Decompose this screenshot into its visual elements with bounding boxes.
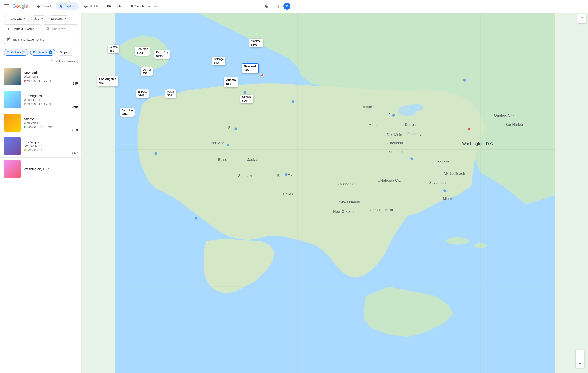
flights-only-close[interactable]: ✕ [49, 51, 52, 54]
svg-text:Spokane: Spokane [228, 126, 242, 130]
flights-only-button[interactable]: Flights only ✕ [30, 49, 55, 56]
destination-field[interactable]: Where to? [42, 24, 78, 33]
card-image-los-angeles [3, 91, 21, 108]
nav-explore[interactable]: Explore [56, 2, 79, 10]
google-logo[interactable]: Google [12, 3, 28, 9]
passengers-button[interactable]: 1 [31, 15, 46, 22]
map-label-montreal[interactable]: Montreal $101 [249, 39, 263, 47]
trip-type-row: One way 1 Economy [3, 15, 78, 22]
card-info-new-york: New York Wed, Jan 3 Nonstop · 1 hr 19 mi… [24, 71, 70, 82]
menu-icon[interactable] [3, 3, 9, 9]
card-image-atlanta [3, 114, 21, 132]
card-info-washington: Washington, D.C. [24, 167, 78, 171]
airline-indicator [24, 149, 26, 151]
map-label-bozeman[interactable]: Bozeman $144 [135, 47, 150, 56]
nav-vacation[interactable]: Vacation rentals [126, 2, 161, 10]
search-controls: One way 1 Economy Hartford · Boston ... … [0, 12, 81, 47]
all-filters-button[interactable]: All filters (1) [3, 49, 29, 56]
filters-row: All filters (1) Flights only ✕ Stops [0, 47, 81, 58]
svg-point-22 [227, 144, 229, 146]
svg-point-1 [9, 29, 9, 29]
card-image-washington [3, 160, 21, 178]
dark-mode-button[interactable] [262, 2, 271, 10]
map-area[interactable]: Washington, D.C. Spokane Portland Boise … [82, 12, 294, 186]
svg-text:Salt Lake: Salt Lake [238, 174, 253, 178]
new-york-pin [261, 74, 264, 77]
class-button[interactable]: Economy [48, 15, 70, 22]
date-field[interactable]: Trip in the next 6 months [3, 35, 78, 44]
card-image-new-york [3, 68, 21, 85]
card-info-atlanta: Atlanta Wed, Jan 17 Nonstop · 2 hr 48 mi… [24, 117, 70, 128]
map-label-el-paso[interactable]: El Paso $148 [136, 89, 149, 98]
search-inputs: Hartford · Boston ... Where to? [3, 24, 78, 33]
top-nav: Google Travel Explore Flights Hotels Vac… [0, 0, 294, 12]
trip-type-button[interactable]: One way [3, 15, 29, 22]
user-avatar[interactable]: P [284, 3, 291, 10]
results-list: New York Wed, Jan 3 Nonstop · 1 hr 19 mi… [0, 65, 81, 181]
map-label-new-york[interactable]: New York $45 [242, 63, 259, 73]
card-flight-las-vegas: Nonstop · 6 hr [24, 149, 70, 152]
nav-flights[interactable]: Flights [81, 2, 102, 10]
svg-text:Santa Fe: Santa Fe [277, 174, 292, 178]
map-label-denver[interactable]: Denver $54 [141, 67, 153, 76]
svg-text:Boise: Boise [218, 158, 227, 162]
map-label-atlanta[interactable]: Atlanta $19 [224, 77, 238, 87]
result-card-atlanta[interactable]: Atlanta Wed, Jan 17 Nonstop · 2 hr 48 mi… [0, 111, 81, 135]
nav-hotels[interactable]: Hotels [104, 2, 125, 10]
map-label-seattle[interactable]: Seattle $99 [108, 44, 119, 53]
left-panel: One way 1 Economy Hartford · Boston ... … [0, 12, 82, 186]
stops-button[interactable]: Stops [57, 49, 74, 56]
svg-text:Portland: Portland [211, 141, 224, 145]
airline-indicator [24, 126, 26, 128]
origin-field[interactable]: Hartford · Boston ... [3, 24, 41, 33]
nav-travel[interactable]: Travel [33, 2, 54, 10]
airline-indicator [24, 80, 26, 82]
card-info-las-vegas: Las Vegas Sat, Jan 6 Nonstop · 6 hr [24, 140, 70, 152]
airline-indicator [24, 103, 26, 105]
svg-text:Jackson: Jackson [247, 158, 261, 162]
map-label-chicago[interactable]: Chicago $43 [212, 57, 225, 65]
map-label-mazatlan[interactable]: Mazatlan $158 [120, 108, 135, 117]
map-label-rapid-city[interactable]: Rapid City $293 [154, 50, 170, 59]
map-label-los-angeles[interactable]: Los Angeles $69 [97, 76, 118, 86]
result-card-las-vegas[interactable]: Las Vegas Sat, Jan 6 Nonstop · 6 hr $57 [0, 135, 81, 158]
result-card-washington[interactable]: Washington, D.C. [0, 158, 81, 181]
results-header: About these results i [0, 58, 81, 65]
card-flight-los-angeles: Nonstop · 6 hr 52 min [24, 102, 70, 105]
svg-point-21 [155, 152, 157, 155]
apps-button[interactable] [273, 2, 282, 10]
card-flight-atlanta: Nonstop · 2 hr 48 min [24, 125, 70, 128]
map-label-orlando[interactable]: Orlando $29 [241, 94, 253, 104]
result-card-new-york[interactable]: New York Wed, Jan 3 Nonstop · 1 hr 19 mi… [0, 65, 81, 88]
map-label-austin[interactable]: Austin $69 [165, 89, 176, 98]
card-flight-new-york: Nonstop · 1 hr 19 min [24, 79, 70, 82]
about-results-icon[interactable]: i [74, 60, 78, 63]
result-card-los-angeles[interactable]: Los Angeles Wed, Feb 21 Nonstop · 6 hr 5… [0, 88, 81, 111]
card-image-las-vegas [3, 137, 21, 155]
svg-point-16 [244, 91, 246, 94]
card-info-los-angeles: Los Angeles Wed, Feb 21 Nonstop · 6 hr 5… [24, 94, 70, 105]
